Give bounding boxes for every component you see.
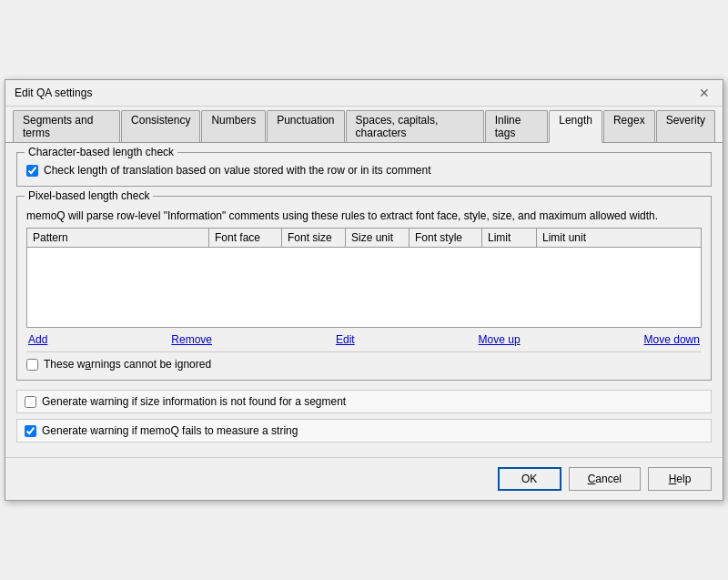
size-not-found-label: Generate warning if size information is … (42, 395, 346, 408)
measure-fail-label: Generate warning if memoQ fails to measu… (42, 424, 298, 437)
main-content: Character-based length check Check lengt… (5, 143, 723, 457)
table-actions: Add Remove Edit Move up Move down (26, 333, 702, 346)
char-length-label: Check length of translation based on val… (44, 164, 431, 177)
dialog-title: Edit QA settings (15, 86, 92, 99)
tab-numbers[interactable]: Numbers (201, 110, 266, 142)
move-up-button[interactable]: Move up (479, 333, 521, 346)
add-button[interactable]: Add (28, 333, 47, 346)
char-length-group: Character-based length check Check lengt… (16, 152, 712, 187)
pixel-length-title: Pixel-based length check (25, 189, 153, 202)
separator (26, 351, 702, 352)
tab-length[interactable]: Length (549, 110, 602, 143)
char-length-checkbox[interactable] (26, 165, 38, 177)
measure-fail-row: Generate warning if memoQ fails to measu… (16, 419, 712, 443)
cannot-ignore-label: These warnings cannot be ignored (44, 358, 211, 371)
footer: OK Cancel Help (5, 457, 723, 500)
dialog: Edit QA settings ✕ Segments and terms Co… (5, 79, 723, 501)
measure-fail-checkbox[interactable] (25, 425, 36, 437)
col-font-size: Font size (282, 229, 346, 247)
tab-punctuation[interactable]: Punctuation (267, 110, 344, 142)
col-font-style: Font style (410, 229, 482, 247)
tab-bar: Segments and terms Consistency Numbers P… (5, 107, 723, 143)
col-font-face: Font face (209, 229, 282, 247)
col-limit-unit: Limit unit (537, 229, 610, 247)
title-bar: Edit QA settings ✕ (5, 80, 723, 107)
tab-severity[interactable]: Severity (656, 110, 715, 142)
table-header: Pattern Font face Font size Size unit Fo… (27, 229, 701, 248)
remove-button[interactable]: Remove (171, 333, 212, 346)
size-not-found-checkbox[interactable] (25, 396, 36, 408)
cancel-button[interactable]: Cancel (569, 467, 641, 491)
tab-spaces-capitals-characters[interactable]: Spaces, capitals, characters (346, 110, 484, 142)
move-down-button[interactable]: Move down (644, 333, 700, 346)
cannot-ignore-checkbox[interactable] (26, 359, 38, 371)
tab-inline-tags[interactable]: Inline tags (485, 110, 548, 142)
tab-segments-and-terms[interactable]: Segments and terms (13, 110, 120, 142)
size-not-found-row: Generate warning if size information is … (16, 390, 712, 413)
close-button[interactable]: ✕ (695, 86, 713, 100)
char-length-title: Character-based length check (25, 146, 177, 158)
pixel-length-group: Pixel-based length check memoQ will pars… (16, 196, 712, 381)
tab-regex[interactable]: Regex (603, 110, 655, 142)
char-length-checkbox-row: Check length of translation based on val… (26, 164, 702, 177)
cannot-ignore-row: These warnings cannot be ignored (26, 358, 702, 371)
edit-button[interactable]: Edit (336, 333, 355, 346)
col-pattern: Pattern (27, 229, 209, 247)
ok-button[interactable]: OK (498, 467, 561, 491)
pixel-length-description: memoQ will parse row-level "Information"… (26, 209, 702, 222)
col-size-unit: Size unit (346, 229, 410, 247)
tab-consistency[interactable]: Consistency (121, 110, 200, 142)
col-limit: Limit (482, 229, 537, 247)
pixel-table: Pattern Font face Font size Size unit Fo… (26, 228, 702, 328)
help-button[interactable]: Help (648, 467, 712, 491)
table-body (27, 248, 701, 325)
